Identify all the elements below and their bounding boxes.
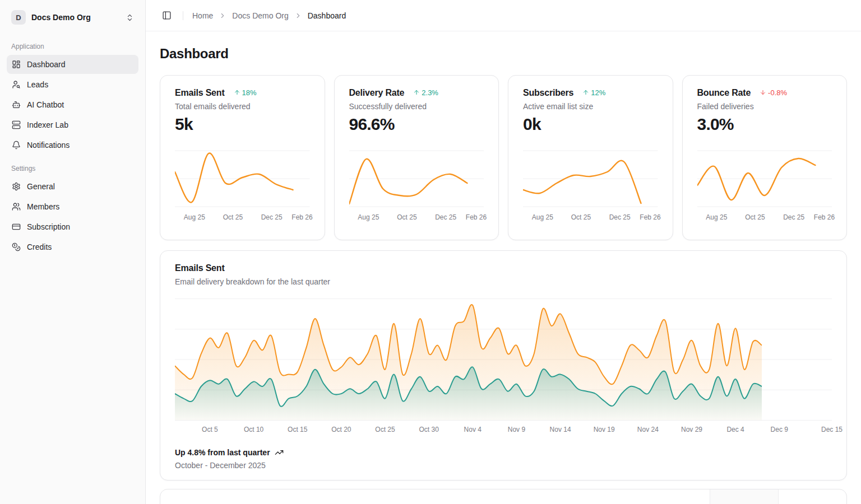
main-area: Home Docs Demo Org Dashboard Dashboard E… <box>146 0 861 504</box>
x-tick-label: Nov 29 <box>681 426 702 433</box>
sidebar-item-members[interactable]: Members <box>7 197 138 216</box>
stacked-area-chart[interactable] <box>175 298 832 421</box>
page-content: Dashboard Emails Sent 18% Total emails d… <box>146 31 861 504</box>
sidebar-section-application: Application <box>11 43 138 50</box>
arrow-up-icon <box>582 89 589 96</box>
breadcrumb-org[interactable]: Docs Demo Org <box>232 11 288 20</box>
chevron-right-icon <box>294 12 302 20</box>
stats-grid: Emails Sent 18% Total emails delivered 5… <box>160 75 847 240</box>
arrow-up-icon <box>234 89 240 96</box>
trend-badge: 2.3% <box>413 88 438 97</box>
sidebar-item-label: Notifications <box>27 141 70 150</box>
layout-dashboard-icon <box>12 60 21 69</box>
x-tick-label: Dec 25 <box>783 213 804 221</box>
breadcrumb-current: Dashboard <box>308 11 346 20</box>
x-tick-label: Feb 26 <box>291 213 312 221</box>
x-tick-label: Nov 19 <box>594 426 615 433</box>
chevron-right-icon <box>219 12 226 20</box>
page-title: Dashboard <box>160 46 847 62</box>
x-tick-label: Nov 9 <box>508 426 525 433</box>
x-tick-label: Feb 26 <box>466 213 487 221</box>
sidebar-item-label: Credits <box>27 242 52 251</box>
sidebar-item-label: Subscription <box>27 222 70 231</box>
stat-value: 3.0% <box>697 115 832 134</box>
x-tick-label: Oct 25 <box>571 213 591 221</box>
org-switcher[interactable]: D Docs Demo Org <box>7 7 138 28</box>
sidebar-item-indexer-lab[interactable]: Indexer Lab <box>7 115 138 134</box>
x-tick-label: Oct 20 <box>331 426 351 433</box>
sidebar-item-label: Indexer Lab <box>27 120 68 129</box>
breadcrumb-home[interactable]: Home <box>192 11 213 20</box>
gear-icon <box>12 182 21 191</box>
trend-badge: 18% <box>234 88 257 97</box>
sidebar-item-leads[interactable]: Leads <box>7 75 138 94</box>
breadcrumb: Home Docs Demo Org Dashboard <box>192 11 346 20</box>
sidebar-item-ai-chatbot[interactable]: AI Chatbot <box>7 95 138 114</box>
org-name: Docs Demo Org <box>31 13 120 22</box>
emails-sent-chart-card: Emails Sent Email delivery breakdown for… <box>160 250 847 480</box>
x-tick-label: Dec 9 <box>771 426 788 433</box>
time-range-segment[interactable] <box>710 489 779 504</box>
stat-card-emails-sent: Emails Sent 18% Total emails delivered 5… <box>160 75 325 240</box>
x-tick-label: Dec 25 <box>609 213 631 221</box>
trend-value: 2.3% <box>422 88 438 97</box>
stat-subtitle: Successfully delivered <box>349 102 484 111</box>
coins-icon <box>12 242 21 251</box>
trend-value: 12% <box>591 88 605 97</box>
sidebar-item-label: AI Chatbot <box>27 100 64 109</box>
bot-icon <box>12 100 21 109</box>
x-tick-label: Oct 25 <box>397 213 416 221</box>
sidebar-item-dashboard[interactable]: Dashboard <box>7 55 138 74</box>
x-tick-label: Nov 4 <box>464 426 482 433</box>
sidebar: D Docs Demo Org Application Dashboard Le… <box>0 0 146 504</box>
arrow-down-icon <box>760 89 766 96</box>
bell-icon <box>12 141 21 150</box>
stat-value: 0k <box>523 115 658 134</box>
topbar-divider <box>183 11 183 20</box>
chart-card-title: Emails Sent <box>175 263 832 273</box>
x-tick-label: Oct 25 <box>223 213 243 221</box>
stat-subtitle: Total emails delivered <box>175 102 310 111</box>
topbar: Home Docs Demo Org Dashboard <box>146 0 861 31</box>
x-tick-label: Aug 25 <box>358 213 379 221</box>
chart-footer-trend-text: Up 4.8% from last quarter <box>175 448 270 457</box>
sidebar-item-label: Members <box>27 202 59 211</box>
credit-card-icon <box>12 222 21 231</box>
x-tick-label: Oct 15 <box>288 426 307 433</box>
trend-value: -0.8% <box>768 88 787 97</box>
sidebar-item-label: General <box>27 182 55 191</box>
sidebar-item-general[interactable]: General <box>7 177 138 196</box>
trend-badge: -0.8% <box>760 88 787 97</box>
sidebar-item-notifications[interactable]: Notifications <box>7 136 138 155</box>
sparkline-x-axis: Aug 25Oct 25Dec 25Feb 26 <box>175 213 310 222</box>
sidebar-section-settings: Settings <box>11 165 138 172</box>
sparkline-x-axis: Aug 25Oct 25Dec 25Feb 26 <box>697 213 832 222</box>
users-icon <box>12 202 21 211</box>
sparkline-x-axis: Aug 25Oct 25Dec 25Feb 26 <box>523 213 658 222</box>
arrow-up-icon <box>413 89 420 96</box>
x-tick-label: Dec 4 <box>726 426 744 433</box>
sidebar-item-label: Leads <box>27 80 48 89</box>
sidebar-toggle-button[interactable] <box>160 8 174 22</box>
chart-card-subtitle: Email delivery breakdown for the last qu… <box>175 277 832 286</box>
sparkline-chart <box>697 147 832 210</box>
stat-card-subscribers: Subscribers 12% Active email list size 0… <box>508 75 673 240</box>
trend-badge: 12% <box>582 88 605 97</box>
sidebar-item-credits[interactable]: Credits <box>7 237 138 256</box>
trending-up-icon <box>275 448 284 457</box>
x-tick-label: Oct 25 <box>375 426 395 433</box>
stat-card-bounce-rate: Bounce Rate -0.8% Failed deliveries 3.0%… <box>682 75 848 240</box>
trend-value: 18% <box>242 88 257 97</box>
sparkline-chart <box>175 147 310 210</box>
sidebar-item-label: Dashboard <box>27 60 66 69</box>
x-tick-label: Dec 15 <box>821 426 843 433</box>
chart-footer: Up 4.8% from last quarter October - Dece… <box>175 448 832 470</box>
sparkline-chart <box>349 147 484 210</box>
x-tick-label: Feb 26 <box>814 213 835 221</box>
sparkline-chart <box>523 147 658 210</box>
sparkline-x-axis: Aug 25Oct 25Dec 25Feb 26 <box>349 213 484 222</box>
stat-value: 5k <box>175 115 310 134</box>
stat-title: Emails Sent <box>175 88 225 98</box>
x-tick-label: Oct 5 <box>202 426 218 433</box>
sidebar-item-subscription[interactable]: Subscription <box>7 217 138 236</box>
